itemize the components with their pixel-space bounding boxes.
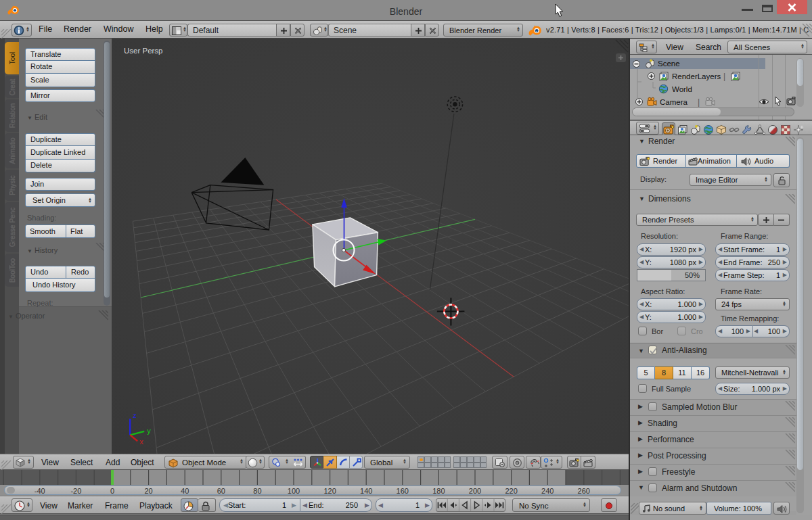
svg-text:20: 20 [144, 487, 152, 495]
svg-text:-20: -20 [70, 487, 81, 495]
svg-text:120: 120 [323, 487, 336, 495]
svg-text:100: 100 [288, 487, 300, 495]
svg-text:180: 180 [432, 487, 445, 495]
svg-text:200: 200 [469, 487, 481, 495]
svg-text:60: 60 [217, 487, 225, 495]
svg-text:240: 240 [541, 487, 554, 495]
svg-text:-40: -40 [35, 487, 45, 495]
svg-text:User Persp: User Persp [124, 47, 163, 55]
svg-text:80: 80 [253, 487, 261, 495]
svg-text:140: 140 [360, 487, 372, 495]
svg-text:z: z [133, 411, 137, 419]
svg-text:220: 220 [505, 487, 517, 495]
svg-text:0: 0 [110, 487, 114, 495]
svg-text:160: 160 [397, 487, 409, 495]
svg-text:y: y [147, 427, 151, 435]
svg-text:260: 260 [578, 487, 590, 495]
svg-text:40: 40 [181, 487, 189, 495]
svg-text:x: x [139, 438, 143, 446]
